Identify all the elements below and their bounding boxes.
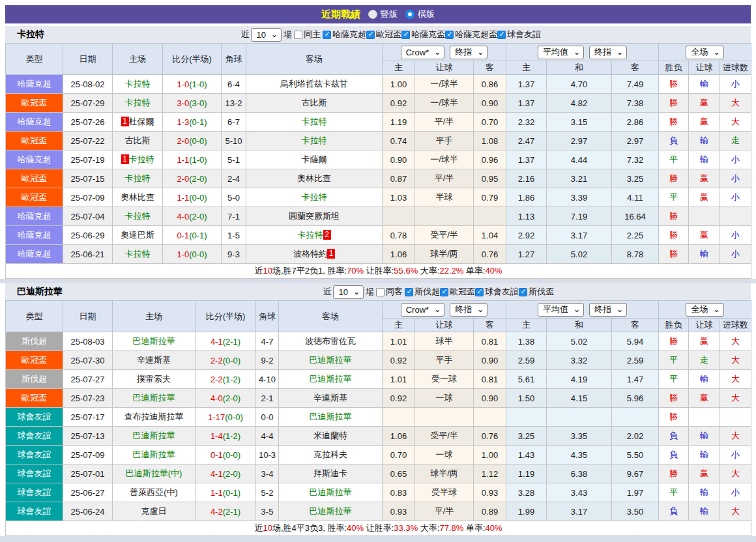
odds-final-select[interactable]: 终指⌄: [450, 46, 487, 59]
odds-source-select[interactable]: Crow*⌄: [401, 303, 444, 317]
avg-home-cell: 1.99: [506, 502, 547, 521]
league-type-badge: 斯伐超: [6, 332, 63, 350]
layout-horizontal-option[interactable]: 橫版: [405, 8, 435, 20]
result-wdl-cell: 勝: [659, 226, 689, 245]
avg-draw-cell: 3.39: [547, 188, 612, 207]
odds-away-cell: 0.90: [474, 351, 506, 370]
odds-away-cell: 0.76: [474, 427, 506, 446]
away-team-cell: 卡拉特2: [246, 226, 383, 245]
league-filter-checkbox[interactable]: 斯伐盃: [519, 286, 554, 298]
avg-home-cell: 1.43: [506, 446, 547, 464]
same-venue-checkbox[interactable]: 同客: [376, 286, 403, 298]
match-type-cell: 歐冠盃: [6, 132, 63, 150]
avg-away-cell: 5.50: [612, 446, 659, 464]
avg-home-cell: 2.32: [506, 113, 547, 132]
col-avg-draw: 和: [547, 61, 612, 75]
team-label: 巴迪斯拉華: [133, 336, 175, 346]
league-type-badge: 球會友誼: [6, 464, 63, 483]
league-filter-checkbox[interactable]: 哈薩克盃: [401, 29, 445, 40]
date-cell: 25-07-15: [63, 169, 113, 188]
result-wdl-cell: 勝: [659, 94, 689, 113]
corner-cell: 13-2: [222, 94, 246, 113]
date-cell: 25-07-27: [63, 370, 113, 389]
score-cell: 2-2(0-0): [196, 351, 256, 370]
result-goals-cell: 小: [720, 169, 751, 188]
result-goals-cell: [720, 207, 751, 226]
avg-home-cell: 1.50: [506, 389, 547, 408]
league-filter-checkbox[interactable]: 歐冠盃: [366, 29, 401, 40]
title-bar: 近期戰績 豎版 橫版: [5, 5, 751, 23]
match-row: 斯伐超25-08-03巴迪斯拉華4-1(2-1)4-7波德布雷佐瓦1.01球半0…: [6, 332, 751, 351]
radio-unselected-icon: [368, 10, 377, 19]
scope-select[interactable]: 全场⌄: [686, 303, 723, 317]
result-handicap-cell: 赢: [689, 113, 720, 132]
team-label: 巴迪斯拉華: [133, 449, 175, 459]
match-row: 歐冠盃25-07-09奧林比查1-1(0-0)5-0卡拉特1.03半球0.791…: [6, 188, 751, 207]
match-row: 哈薩克超25-06-21卡拉特1-0(0-0)9-3波格特約11.06球半/两0…: [6, 245, 751, 264]
col-result-wdl: 胜负: [659, 61, 689, 75]
date-cell: 25-07-17: [63, 408, 113, 427]
league-filter-checkbox[interactable]: 斯伐超: [405, 286, 440, 298]
avg-away-cell: 4.11: [612, 188, 659, 207]
league-filter-checkbox[interactable]: 歐冠盃: [440, 286, 475, 298]
games-count-select[interactable]: 10⌄: [333, 285, 364, 299]
league-filter-checkbox[interactable]: 哈薩克超: [323, 29, 366, 40]
avg-away-cell: 3.25: [612, 169, 659, 188]
avg-draw-cell: 3.17: [547, 226, 612, 245]
odds-away-cell: 1.04: [474, 226, 506, 245]
avg-draw-cell: 5.02: [547, 245, 612, 264]
league-type-badge: 歐冠盃: [6, 132, 63, 150]
avg-away-cell: 7.32: [612, 150, 659, 169]
match-row: 哈薩克超25-07-191卡拉特1-1(1-0)5-1卡薩爾0.90一/球半0.…: [6, 150, 751, 169]
home-team-cell: 古比斯: [113, 132, 163, 150]
col-avg-draw: 和: [547, 319, 612, 332]
layout-vertical-option[interactable]: 豎版: [368, 8, 398, 20]
avg-source-select[interactable]: 平均值⌄: [538, 303, 584, 317]
odds-home-cell: 1.06: [383, 427, 415, 446]
col-odds-away: 客: [474, 319, 506, 332]
odds-source-select[interactable]: Crow*⌄: [401, 46, 444, 59]
odds-home-cell: 0.92: [383, 94, 415, 113]
avg-away-cell: 7.38: [612, 94, 659, 113]
match-type-cell: 球會友誼: [6, 427, 63, 446]
score-cell: 1-1(0-1): [196, 483, 256, 502]
odds-home-cell: 0.90: [383, 150, 415, 169]
avg-draw-cell: 3.32: [547, 351, 612, 370]
league-filter-list: 斯伐超歐冠盃球會友誼斯伐盃: [405, 286, 554, 298]
score-cell: 0-1(0-1): [163, 226, 222, 245]
team-label: 卡拉特: [125, 249, 151, 259]
away-team-cell: 拜斯迪卡: [279, 464, 383, 483]
league-filter-checkbox[interactable]: 哈薩克超盃: [445, 29, 497, 40]
corner-cell: 9-3: [222, 245, 246, 264]
page-title: 近期戰績: [321, 8, 360, 21]
league-filter-checkbox[interactable]: 球會友誼: [475, 286, 519, 298]
team-label: 卡拉特: [302, 136, 327, 145]
avg-source-select[interactable]: 平均值⌄: [538, 46, 584, 59]
checkbox-checked-icon: [497, 31, 506, 39]
scope-select[interactable]: 全场⌄: [686, 46, 723, 59]
col-result-goals: 进球数: [720, 319, 751, 332]
odds-final-select[interactable]: 终指⌄: [450, 303, 487, 317]
odds-away-cell: 1.00: [474, 446, 506, 464]
checkbox-checked-icon: [401, 31, 410, 39]
odds-away-cell: [474, 207, 506, 226]
handicap-cell: 球半/两: [415, 245, 474, 264]
team-label: 巴迪斯拉華: [310, 355, 352, 365]
result-goals-cell: 大: [720, 427, 751, 446]
league-filter-checkbox[interactable]: 球會友誼: [497, 29, 541, 40]
away-team-cell: 卡拉特: [246, 132, 383, 150]
date-cell: 25-07-22: [63, 132, 113, 150]
avg-final-select[interactable]: 终指⌄: [589, 303, 627, 317]
result-goals-cell: 大: [720, 351, 751, 370]
score-cell: 4-0(2-0): [163, 207, 222, 226]
team-section-1: 卡拉特 近 10⌄ 場 同主 哈薩克超歐冠盃哈薩克盃哈薩克超盃球會友誼 类型 日…: [5, 26, 751, 279]
match-type-cell: 哈薩克超: [6, 150, 63, 169]
avg-final-select[interactable]: 终指⌄: [589, 46, 627, 59]
games-count-select[interactable]: 10⌄: [251, 28, 282, 42]
result-handicap-cell: 輸: [689, 75, 720, 94]
odds-away-cell: 0.86: [474, 75, 506, 94]
same-venue-checkbox[interactable]: 同主: [294, 29, 321, 40]
score-cell: 1-0(0-0): [163, 245, 222, 264]
home-team-cell: 辛連斯基: [113, 351, 196, 370]
matches-table: 类型 日期 主场 比分(半场) 角球 客场 Crow*⌄ 终指⌄ 平均值⌄ 终指…: [5, 43, 751, 279]
